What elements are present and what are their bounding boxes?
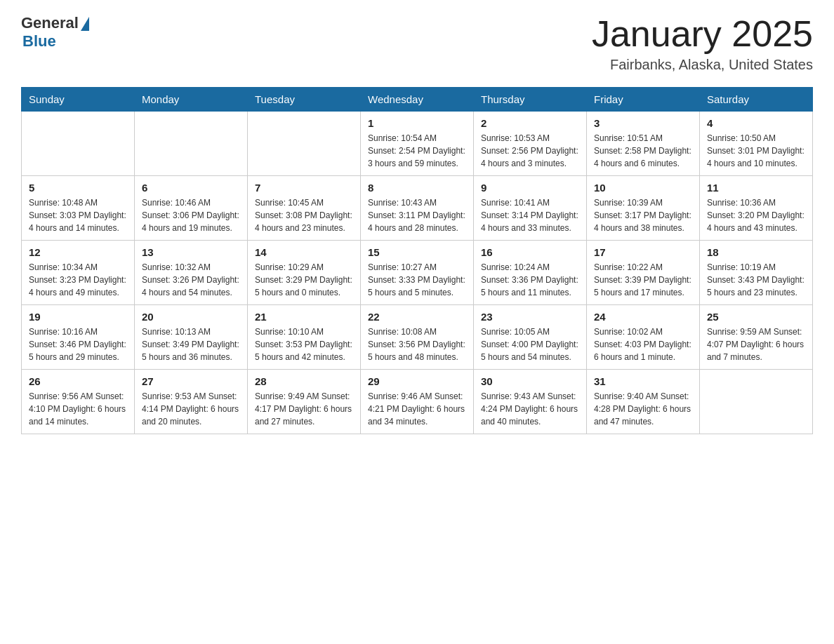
page-header: General Blue January 2025 Fairbanks, Ala…	[21, 14, 813, 73]
day-number: 26	[29, 375, 127, 387]
calendar-cell: 13Sunrise: 10:32 AM Sunset: 3:26 PM Dayl…	[135, 241, 248, 305]
day-number: 23	[481, 311, 579, 323]
calendar-cell: 31Sunrise: 9:40 AM Sunset: 4:28 PM Dayli…	[587, 370, 700, 434]
day-number: 12	[29, 246, 127, 258]
day-info: Sunrise: 10:22 AM Sunset: 3:39 PM Daylig…	[594, 261, 692, 299]
weekday-header-monday: Monday	[135, 88, 248, 112]
logo-triangle-icon	[81, 17, 89, 31]
day-info: Sunrise: 10:27 AM Sunset: 3:33 PM Daylig…	[368, 261, 466, 299]
day-number: 20	[142, 311, 240, 323]
calendar-cell: 26Sunrise: 9:56 AM Sunset: 4:10 PM Dayli…	[22, 370, 135, 434]
calendar-cell: 25Sunrise: 9:59 AM Sunset: 4:07 PM Dayli…	[700, 305, 813, 370]
day-info: Sunrise: 10:43 AM Sunset: 3:11 PM Daylig…	[368, 196, 466, 234]
day-info: Sunrise: 10:16 AM Sunset: 3:46 PM Daylig…	[29, 326, 127, 363]
day-info: Sunrise: 9:49 AM Sunset: 4:17 PM Dayligh…	[255, 390, 353, 428]
day-info: Sunrise: 9:40 AM Sunset: 4:28 PM Dayligh…	[594, 390, 692, 428]
title-block: January 2025 Fairbanks, Alaska, United S…	[592, 14, 813, 73]
calendar-cell: 18Sunrise: 10:19 AM Sunset: 3:43 PM Dayl…	[700, 241, 813, 305]
day-number: 25	[707, 311, 805, 323]
day-number: 5	[29, 182, 127, 194]
day-number: 3	[594, 117, 692, 129]
day-info: Sunrise: 9:56 AM Sunset: 4:10 PM Dayligh…	[29, 390, 127, 428]
day-info: Sunrise: 10:29 AM Sunset: 3:29 PM Daylig…	[255, 261, 353, 299]
day-number: 29	[368, 375, 466, 387]
calendar-week-row: 26Sunrise: 9:56 AM Sunset: 4:10 PM Dayli…	[22, 370, 813, 434]
calendar-cell	[135, 112, 248, 176]
calendar-cell: 20Sunrise: 10:13 AM Sunset: 3:49 PM Dayl…	[135, 305, 248, 370]
day-info: Sunrise: 10:02 AM Sunset: 4:03 PM Daylig…	[594, 326, 692, 363]
day-number: 7	[255, 182, 353, 194]
day-number: 11	[707, 182, 805, 194]
location-subtitle: Fairbanks, Alaska, United States	[592, 57, 813, 73]
calendar-cell	[248, 112, 361, 176]
day-info: Sunrise: 9:59 AM Sunset: 4:07 PM Dayligh…	[707, 326, 805, 363]
day-number: 1	[368, 117, 466, 129]
calendar-cell: 6Sunrise: 10:46 AM Sunset: 3:06 PM Dayli…	[135, 176, 248, 241]
day-info: Sunrise: 10:48 AM Sunset: 3:03 PM Daylig…	[29, 196, 127, 234]
day-info: Sunrise: 10:39 AM Sunset: 3:17 PM Daylig…	[594, 196, 692, 234]
day-info: Sunrise: 10:10 AM Sunset: 3:53 PM Daylig…	[255, 326, 353, 363]
day-number: 30	[481, 375, 579, 387]
calendar-cell: 1Sunrise: 10:54 AM Sunset: 2:54 PM Dayli…	[361, 112, 474, 176]
calendar-cell: 11Sunrise: 10:36 AM Sunset: 3:20 PM Dayl…	[700, 176, 813, 241]
weekday-header-saturday: Saturday	[700, 88, 813, 112]
day-info: Sunrise: 10:24 AM Sunset: 3:36 PM Daylig…	[481, 261, 579, 299]
calendar-week-row: 19Sunrise: 10:16 AM Sunset: 3:46 PM Dayl…	[22, 305, 813, 370]
calendar-cell: 19Sunrise: 10:16 AM Sunset: 3:46 PM Dayl…	[22, 305, 135, 370]
day-info: Sunrise: 10:08 AM Sunset: 3:56 PM Daylig…	[368, 326, 466, 363]
calendar-cell: 14Sunrise: 10:29 AM Sunset: 3:29 PM Dayl…	[248, 241, 361, 305]
calendar-cell	[700, 370, 813, 434]
calendar-cell: 28Sunrise: 9:49 AM Sunset: 4:17 PM Dayli…	[248, 370, 361, 434]
calendar-week-row: 1Sunrise: 10:54 AM Sunset: 2:54 PM Dayli…	[22, 112, 813, 176]
calendar-cell	[22, 112, 135, 176]
day-info: Sunrise: 9:43 AM Sunset: 4:24 PM Dayligh…	[481, 390, 579, 428]
day-info: Sunrise: 10:19 AM Sunset: 3:43 PM Daylig…	[707, 261, 805, 299]
calendar-cell: 29Sunrise: 9:46 AM Sunset: 4:21 PM Dayli…	[361, 370, 474, 434]
day-info: Sunrise: 10:36 AM Sunset: 3:20 PM Daylig…	[707, 196, 805, 234]
weekday-header-tuesday: Tuesday	[248, 88, 361, 112]
day-number: 17	[594, 246, 692, 258]
day-number: 28	[255, 375, 353, 387]
day-info: Sunrise: 10:53 AM Sunset: 2:56 PM Daylig…	[481, 132, 579, 170]
calendar-cell: 30Sunrise: 9:43 AM Sunset: 4:24 PM Dayli…	[474, 370, 587, 434]
weekday-header-wednesday: Wednesday	[361, 88, 474, 112]
logo-general-text: General	[21, 14, 79, 32]
calendar-week-row: 12Sunrise: 10:34 AM Sunset: 3:23 PM Dayl…	[22, 241, 813, 305]
weekday-header-sunday: Sunday	[22, 88, 135, 112]
logo: General Blue	[21, 14, 89, 51]
calendar-cell: 21Sunrise: 10:10 AM Sunset: 3:53 PM Dayl…	[248, 305, 361, 370]
calendar-title: January 2025	[592, 14, 813, 54]
calendar-cell: 3Sunrise: 10:51 AM Sunset: 2:58 PM Dayli…	[587, 112, 700, 176]
calendar-cell: 7Sunrise: 10:45 AM Sunset: 3:08 PM Dayli…	[248, 176, 361, 241]
day-info: Sunrise: 10:34 AM Sunset: 3:23 PM Daylig…	[29, 261, 127, 299]
day-number: 4	[707, 117, 805, 129]
calendar-cell: 8Sunrise: 10:43 AM Sunset: 3:11 PM Dayli…	[361, 176, 474, 241]
calendar-week-row: 5Sunrise: 10:48 AM Sunset: 3:03 PM Dayli…	[22, 176, 813, 241]
day-info: Sunrise: 10:41 AM Sunset: 3:14 PM Daylig…	[481, 196, 579, 234]
day-number: 8	[368, 182, 466, 194]
day-number: 22	[368, 311, 466, 323]
day-info: Sunrise: 9:46 AM Sunset: 4:21 PM Dayligh…	[368, 390, 466, 428]
logo-blue-text: Blue	[22, 32, 56, 51]
day-number: 15	[368, 246, 466, 258]
calendar-cell: 24Sunrise: 10:02 AM Sunset: 4:03 PM Dayl…	[587, 305, 700, 370]
day-number: 16	[481, 246, 579, 258]
calendar-cell: 15Sunrise: 10:27 AM Sunset: 3:33 PM Dayl…	[361, 241, 474, 305]
day-info: Sunrise: 10:05 AM Sunset: 4:00 PM Daylig…	[481, 326, 579, 363]
day-number: 13	[142, 246, 240, 258]
day-info: Sunrise: 10:50 AM Sunset: 3:01 PM Daylig…	[707, 132, 805, 170]
calendar-cell: 5Sunrise: 10:48 AM Sunset: 3:03 PM Dayli…	[22, 176, 135, 241]
day-number: 21	[255, 311, 353, 323]
calendar-table: SundayMondayTuesdayWednesdayThursdayFrid…	[21, 87, 813, 434]
day-info: Sunrise: 9:53 AM Sunset: 4:14 PM Dayligh…	[142, 390, 240, 428]
day-number: 27	[142, 375, 240, 387]
calendar-cell: 2Sunrise: 10:53 AM Sunset: 2:56 PM Dayli…	[474, 112, 587, 176]
calendar-cell: 23Sunrise: 10:05 AM Sunset: 4:00 PM Dayl…	[474, 305, 587, 370]
calendar-body: 1Sunrise: 10:54 AM Sunset: 2:54 PM Dayli…	[22, 112, 813, 434]
calendar-header: SundayMondayTuesdayWednesdayThursdayFrid…	[22, 88, 813, 112]
day-number: 2	[481, 117, 579, 129]
day-number: 19	[29, 311, 127, 323]
calendar-cell: 12Sunrise: 10:34 AM Sunset: 3:23 PM Dayl…	[22, 241, 135, 305]
day-number: 10	[594, 182, 692, 194]
weekday-header-row: SundayMondayTuesdayWednesdayThursdayFrid…	[22, 88, 813, 112]
